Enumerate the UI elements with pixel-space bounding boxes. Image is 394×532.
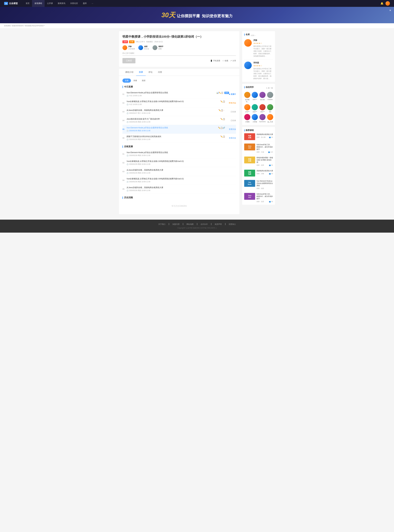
rec-course-title-5: 玩转Java开发工具，精通JUC，成为开发多面手: [257, 193, 273, 200]
link-icon-05[interactable]: 🔗: [223, 127, 225, 129]
future-time-03: 🕐 2020/02/26 周四 10:00-11:00: [127, 172, 236, 174]
student-avatar-7: [267, 104, 273, 110]
rec-course-title-3: 高级电商全线系统大课: [257, 170, 273, 172]
copy-icon-01[interactable]: 📋: [221, 92, 223, 94]
nav-more[interactable]: ···: [89, 0, 96, 7]
rec-course-meta-4: 讲师：张田: [257, 188, 273, 189]
lesson-status-06[interactable]: 查看回放: [225, 137, 236, 139]
copy-icon-02[interactable]: 📋: [223, 100, 225, 103]
collect-button[interactable]: ☆ 收藏: [222, 59, 228, 62]
rec-course-1[interactable]: JavaJUC 玩转Java开发工具，精通JUC，成为开发多面手 讲师：王崔 👥…: [244, 144, 273, 155]
future-time-02: 🕐 2020/02/26 周四 10:00-11:00: [127, 163, 236, 165]
student-item-9: 大笨狼: [252, 114, 258, 123]
user-avatar[interactable]: [385, 1, 390, 6]
tab-comments[interactable]: 评论: [146, 69, 155, 76]
bought-button[interactable]: 已购买: [122, 58, 135, 63]
sub-tab-offline[interactable]: 面授: [140, 78, 148, 83]
nav-discover[interactable]: 发现课程: [32, 0, 45, 7]
footer-franchise[interactable]: 加盟代理: [172, 223, 180, 225]
student-name-1: 1567**: [253, 99, 257, 100]
course-title: 明星中教授课，小学阶段语法100分–强化级第1讲动词（一）: [122, 35, 236, 39]
chart-icon-01[interactable]: 📊: [216, 92, 219, 94]
edit-icon-04[interactable]: ✏️: [220, 118, 223, 120]
nav-open[interactable]: 公开课: [45, 0, 55, 7]
nav-questions[interactable]: 题库: [80, 0, 89, 7]
future-info-03: 从Java后端到全栈，高级电商全栈系统大课 🕐 2020/02/26 周四 10…: [127, 169, 236, 174]
clock-icon-04: 🕐: [127, 121, 129, 123]
sidebar-teacher-name-1: 宋利坚: [253, 62, 273, 64]
nav-news[interactable]: 新闻资讯: [55, 0, 68, 7]
next-teacher-icon[interactable]: ›: [255, 35, 255, 37]
nav-qa[interactable]: 问答社区: [68, 0, 80, 7]
rec-course-3[interactable]: 高级电商 高级电商全线系统大课 讲师：冷峰 👥 40: [244, 170, 273, 178]
copy-icon-05[interactable]: 📋: [220, 127, 223, 129]
student-item-1: 1567**: [252, 92, 258, 103]
course-header-card: 明星中教授课，小学阶段语法100分–强化级第1讲动词（一） 直播 录播 246人…: [119, 31, 239, 67]
tab-qa[interactable]: 问答: [155, 69, 165, 76]
lesson-status-05[interactable]: 查看回放: [225, 128, 236, 130]
footer-partners[interactable]: 合作伙伴: [201, 223, 208, 225]
rec-course-2[interactable]: 前端全栈 前端全栈加强版！前端全栈+全周期+多组应用 讲师：岳田 👥 56: [244, 156, 273, 168]
footer-recruit[interactable]: 招贤纳士: [229, 223, 236, 225]
copy-icon-04[interactable]: 📋: [223, 118, 225, 120]
students-label: 你的同学: [246, 86, 254, 89]
sidebar-teacher-name-0: 罗静: [253, 39, 273, 42]
lesson-status-04: 已结束: [225, 119, 236, 122]
students-card: 你的同学 ↻ 换一换 化学教书... 1567** 张小田: [242, 84, 275, 125]
share-button[interactable]: ↗ 分享: [230, 59, 236, 62]
rec-course-0[interactable]: 电商全线 高级电商全线系统大课 讲师：张小锋 👥 34: [244, 133, 273, 142]
footer-about[interactable]: 关于我们: [158, 223, 165, 225]
notification-bell-icon[interactable]: 🔔: [380, 2, 384, 5]
future-live-title: 后续直播: [124, 145, 133, 148]
copy-icon-06[interactable]: 📋: [223, 136, 225, 138]
edit-icon-03[interactable]: ✏️: [218, 109, 221, 111]
collect-label: 收藏: [225, 59, 228, 62]
rec-course-4[interactable]: VueNode Vue Element+Node.js开发企业通用管理后台系统 …: [244, 180, 273, 191]
mobile-watch-button[interactable]: 📱 手机观看: [210, 59, 220, 62]
breadcrumb-series[interactable]: 新媒体营销系列: [12, 25, 24, 27]
lesson-info-04: Java项目面试实操 提升大厂面试成功率 ✏️ 📋 🕐 2020/02/26 周…: [127, 118, 225, 123]
sub-tab-record[interactable]: 录播: [131, 78, 140, 83]
footer-disclaimer[interactable]: 免责声明: [215, 223, 222, 225]
rec-course-5[interactable]: JavaJUC 玩转Java开发工具，精通JUC，成为开发多面手 讲师：岳田 👥…: [244, 193, 273, 203]
edit-icon-01[interactable]: ✏️: [219, 92, 221, 94]
student-item-3: Charles: [267, 92, 273, 103]
tab-intro[interactable]: 课程介绍: [122, 69, 136, 76]
footer-sitemap[interactable]: 网站地图: [187, 223, 194, 225]
sub-tab-live[interactable]: 直播: [122, 78, 131, 83]
switch-students-button[interactable]: ↻ 换一换: [266, 87, 273, 89]
lesson-time-06: 🕐 2020/02/26 周四 10:00-11:00: [127, 138, 225, 141]
course-meta: 246人已学习 · 有效期至：2019-10-21: [135, 41, 163, 43]
clock-icon-f02: 🕐: [127, 163, 129, 165]
edit-icon-02[interactable]: ✏️: [220, 100, 223, 103]
lesson-time-05: 🕐 2020/02/26 周四 10:00-11:00: [127, 130, 225, 132]
rec-course-title-4: Vue Element+Node.js开发企业通用管理后台系统: [257, 180, 273, 187]
copy-icon-03[interactable]: 📋: [221, 109, 223, 111]
rec-thumb-5: JavaJUC: [244, 193, 255, 200]
prev-teacher-icon[interactable]: ‹: [250, 35, 250, 37]
course-actions: 已购买 📱 手机观看 ☆ 收藏 ↗ 分享: [122, 58, 236, 63]
future-num-01: 01: [122, 153, 127, 155]
student-avatar-9: [252, 114, 258, 120]
future-info-05: 从Java后端到全栈，高级电商全栈系统大课 🕐 2020/02/26 周四 10…: [127, 186, 236, 192]
nav-home[interactable]: 首页: [23, 0, 32, 7]
student-avatar-10: [259, 114, 265, 120]
future-info-01: Vue Element+Node.js开发企业通用管理后台系统 🕐 2020/0…: [127, 151, 236, 157]
tab-catalog[interactable]: 目录: [136, 69, 146, 76]
banner-close-icon[interactable]: ✕: [389, 9, 391, 12]
edit-icon-06[interactable]: ✏️: [220, 136, 223, 138]
rec-thumb-4: VueNode: [244, 180, 255, 187]
more-icon-03[interactable]: ⋯: [223, 109, 225, 111]
sidebar-bar-rec-icon: [244, 129, 245, 131]
breadcrumb-discover[interactable]: 发现课程: [4, 25, 11, 27]
future-title-05: 从Java后端到全栈，高级电商全栈系统大课: [127, 186, 163, 188]
sidebar-teacher-avatar-0: [244, 39, 252, 47]
site-logo[interactable]: ☁ 云朵课堂: [4, 2, 18, 5]
rec-instructor-3: 讲师：冷峰: [257, 173, 264, 175]
rec-students-1: 👥 123: [268, 151, 273, 153]
clock-icon: 🕐: [127, 95, 129, 97]
teachers-pagination: ‹ 1/10 ›: [250, 35, 255, 37]
edit-icon-05[interactable]: ✏️: [218, 127, 220, 129]
teachers-label: 名师: [246, 33, 250, 36]
sidebar-teacher-desc-0: 国内某重点大学安全工程专业硕士，国家一级注册消防工程师、注册安全工程师、高级注册…: [253, 45, 273, 57]
